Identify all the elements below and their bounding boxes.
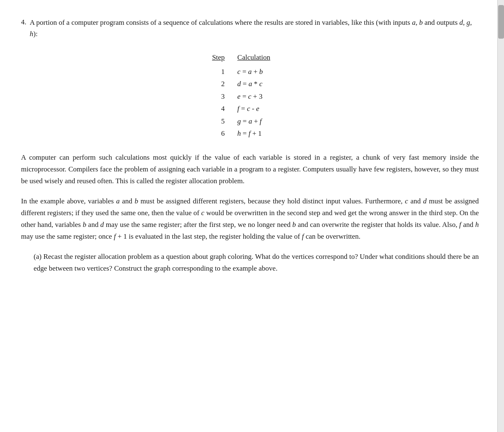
table-body: 1c = a + b2d = a * c3e = c + 34f = c - e…: [212, 66, 288, 140]
step-cell: 1: [212, 66, 237, 78]
step-cell: 3: [212, 90, 237, 103]
var-c-p2: c: [405, 197, 408, 205]
sub-question-a-label: (a): [34, 253, 43, 261]
sub-question-a: (a) Recast the register allocation probl…: [21, 251, 479, 274]
calc-cell: h = f + 1: [237, 127, 288, 140]
table-row: 5g = a + f: [212, 115, 288, 128]
question-intro: A portion of a computer program consists…: [30, 17, 479, 40]
sub-question-a-text: Recast the register allocation problem a…: [34, 253, 479, 272]
output-vars: d: [459, 18, 463, 26]
step-column-header: Step: [212, 51, 237, 66]
var-b3-p2: b: [292, 221, 296, 229]
table-row: 3e = c + 3: [212, 90, 288, 103]
table-header-row: Step Calculation: [212, 51, 288, 66]
table-row: 4f = c - e: [212, 103, 288, 115]
step-cell: 6: [212, 127, 237, 140]
var-b-p2: b: [135, 197, 139, 205]
var-b2-p2: b: [83, 221, 87, 229]
var-c2-p2: c: [201, 209, 205, 217]
var-f2-p2: f: [114, 232, 116, 240]
var-h-p2: h: [475, 221, 479, 229]
scrollbar-thumb[interactable]: [498, 5, 504, 39]
question-number: 4.: [21, 17, 26, 28]
var-a-p2: a: [116, 197, 120, 205]
calc-cell: c = a + b: [237, 66, 288, 78]
content: 4. A portion of a computer program consi…: [21, 17, 479, 274]
paragraph-2: In the example above, variables a and b …: [21, 195, 479, 242]
calc-cell: f = c - e: [237, 103, 288, 115]
output-var-g: g: [467, 18, 470, 26]
step-cell: 2: [212, 78, 237, 90]
calc-cell: d = a * c: [237, 78, 288, 90]
table-section: Step Calculation 1c = a + b2d = a * c3e …: [21, 51, 479, 140]
calculation-table: Step Calculation 1c = a + b2d = a * c3e …: [212, 51, 288, 140]
calc-cell: g = a + f: [237, 115, 288, 128]
table-row: 2d = a * c: [212, 78, 288, 90]
table-row: 1c = a + b: [212, 66, 288, 78]
var-d2-p2: d: [100, 221, 104, 229]
input-vars: a: [412, 18, 416, 26]
step-cell: 4: [212, 103, 237, 115]
var-f3-p2: f: [302, 232, 304, 240]
calc-cell: e = c + 3: [237, 90, 288, 103]
output-var-h: h: [30, 30, 34, 38]
table-row: 6h = f + 1: [212, 127, 288, 140]
scrollbar[interactable]: [497, 0, 504, 432]
calculation-column-header: Calculation: [237, 51, 288, 66]
page-container: 4. A portion of a computer program consi…: [0, 0, 504, 432]
paragraph-1: A computer can perform such calculations…: [21, 152, 479, 187]
step-cell: 5: [212, 115, 237, 128]
var-d-p2: d: [423, 197, 427, 205]
var-f-p2: f: [459, 221, 461, 229]
input-var-b: b: [419, 18, 423, 26]
question-header: 4. A portion of a computer program consi…: [21, 17, 479, 40]
